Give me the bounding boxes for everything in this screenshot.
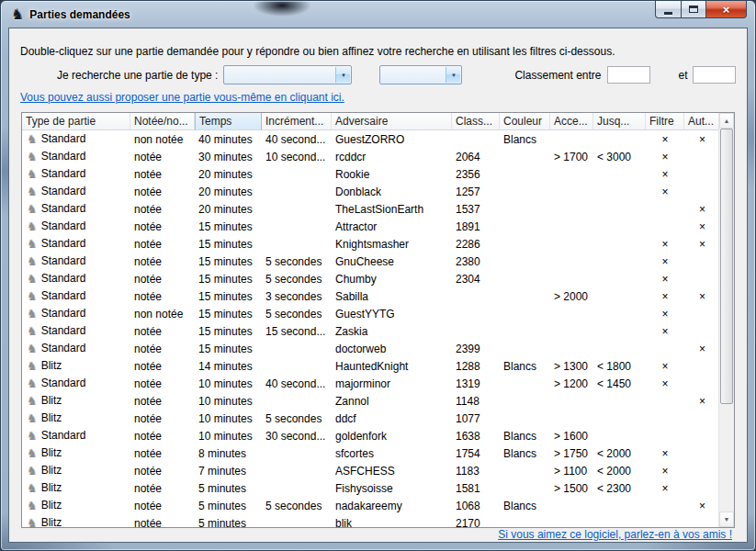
game-row[interactable]: ♞Standardnotée15 minutes15 second...Zask… [22,322,720,340]
cell-auto [684,305,720,322]
cell-rated: notée [130,322,195,340]
game-row[interactable]: ♞Standardnotée20 minutesDonblack1257× [22,183,720,200]
game-row[interactable]: ♞Standardnon notée15 minutes5 secondesGu… [22,305,720,322]
rating-max-input[interactable] [693,66,736,84]
cell-rating: 1148 [452,392,500,410]
game-row[interactable]: ♞Blitznotée5 minutes5 secondesnadakareem… [22,497,720,514]
cell-auto: × [684,497,720,514]
cell-rating [452,322,500,340]
cell-opponent: GuestZORRO [332,130,452,148]
cell-color [500,200,550,218]
column-header-time[interactable]: Temps [195,113,262,130]
cell-type: ♞Standard [22,130,130,148]
game-row[interactable]: ♞Standardnotée20 minutesTheLastSionEarth… [22,200,720,218]
vertical-scrollbar[interactable]: ▲ ▼ [718,113,734,527]
scroll-down-button[interactable]: ▼ [719,512,734,527]
game-row[interactable]: ♞Blitznotée5 minutesblik2170 [22,514,720,528]
column-header-rated[interactable]: Notée/no... [130,113,195,130]
knight-icon: ♞ [27,359,38,373]
game-row[interactable]: ♞Blitznotée8 minutessfcortes1754Blancs> … [22,444,720,462]
game-row[interactable]: ♞Blitznotée10 minutesZannol1148× [22,392,720,410]
variant-select[interactable]: ▼ [379,65,462,84]
game-row[interactable]: ♞Standardnotée15 minutesAttractor1891× [22,218,720,235]
cell-auto [684,357,720,375]
cell-increment [262,357,332,375]
cell-rated: notée [130,235,195,253]
game-row[interactable]: ♞Blitznotée14 minutesHauntedKnight1288Bl… [22,357,720,375]
column-header-opponent[interactable]: Adversaire [332,113,452,130]
cell-auto: × [684,130,720,148]
game-row[interactable]: ♞Standardnotée15 minutesdoctorweb2399× [22,340,720,357]
chevron-down-icon[interactable]: ▼ [446,67,460,83]
cell-max: < 1450 [593,375,646,392]
column-header-filter[interactable]: Filtre [646,113,684,130]
column-header-min[interactable]: Acce... [550,113,593,130]
game-row[interactable]: ♞Blitznotée7 minutesASFCHESS1183> 1100< … [22,462,720,479]
cell-time: 14 minutes [195,357,262,375]
game-row[interactable]: ♞Blitznotée10 minutes5 secondesddcf1077 [22,410,720,427]
cell-color [500,270,550,287]
scroll-up-button[interactable]: ▲ [719,113,734,129]
cell-increment [262,235,332,253]
knight-icon: ♞ [27,464,38,478]
rating-min-input[interactable] [607,66,650,84]
cell-type: ♞Blitz [22,514,130,528]
titlebar[interactable]: ♞ Parties demandées × [1,1,755,28]
chevron-down-icon[interactable]: ▼ [335,67,350,83]
cell-filter: × [646,444,684,462]
window: ♞ Parties demandées × Double-cliquez sur… [0,0,756,551]
close-button[interactable]: × [706,1,747,18]
cell-type: ♞Standard [22,287,130,305]
cell-rated: notée [130,183,195,200]
cell-rating: 1891 [452,218,500,235]
cell-min [550,183,593,200]
column-header-color[interactable]: Couleur [500,113,550,130]
cell-increment: 15 second... [262,322,332,340]
cell-increment: 5 secondes [262,410,332,427]
cell-time: 5 minutes [195,514,262,528]
cell-min: > 1600 [550,427,593,444]
cell-rated: notée [130,479,195,497]
game-type-select[interactable]: ▼ [223,65,352,84]
cell-rated: notée [130,218,195,235]
column-header-increment[interactable]: Incrément... [262,113,332,130]
cell-max [593,235,646,253]
cell-max [593,410,646,427]
cell-auto: × [684,340,720,357]
cell-increment [262,479,332,497]
cell-rating: 1319 [452,375,500,392]
maximize-button[interactable] [682,1,706,18]
game-row[interactable]: ♞Standardnotée15 minutesKnightsmasher228… [22,235,720,253]
cell-opponent: Fishysoisse [332,479,452,497]
minimize-button[interactable] [655,1,682,18]
propose-game-link[interactable]: Vous pouvez aussi proposer une partie vo… [20,91,344,104]
cell-rated: notée [130,357,195,375]
game-row[interactable]: ♞Standardnotée20 minutesRookie2356× [22,165,720,183]
cell-color [500,375,550,392]
cell-rating: 2286 [452,235,500,253]
game-row[interactable]: ♞Standardnotée15 minutes3 secondesSabill… [22,287,720,305]
cell-auto [684,427,720,444]
game-row[interactable]: ♞Standardnotée30 minutes10 second...rcdd… [22,148,720,165]
game-row[interactable]: ♞Standardnon notée40 minutes40 second...… [22,130,720,148]
cell-max [593,287,646,305]
column-header-auto[interactable]: Aut... [684,113,720,130]
cell-rating: 1537 [452,200,500,218]
game-row[interactable]: ♞Standardnotée10 minutes30 second...gold… [22,427,720,444]
column-header-max[interactable]: Jusq... [593,113,646,130]
cell-color [500,253,550,270]
game-row[interactable]: ♞Standardnotée15 minutes5 secondesChumby… [22,270,720,287]
cell-opponent: GnuCheese [332,253,452,270]
game-row[interactable]: ♞Standardnotée15 minutes5 secondesGnuChe… [22,253,720,270]
cell-rating: 1288 [452,357,500,375]
column-header-rating[interactable]: Class... [452,113,500,130]
cell-filter: × [646,357,684,375]
scrollbar-thumb[interactable] [720,129,733,404]
cell-auto [684,479,720,497]
cell-filter: × [646,165,684,183]
game-row[interactable]: ♞Standardnotée10 minutes40 second...majo… [22,375,720,392]
share-app-link[interactable]: Si vous aimez ce logiciel, parlez-en à v… [498,528,732,541]
game-row[interactable]: ♞Blitznotée5 minutesFishysoisse1581> 150… [22,479,720,497]
app-icon: ♞ [11,7,24,22]
column-header-type[interactable]: Type de partie [22,113,130,130]
